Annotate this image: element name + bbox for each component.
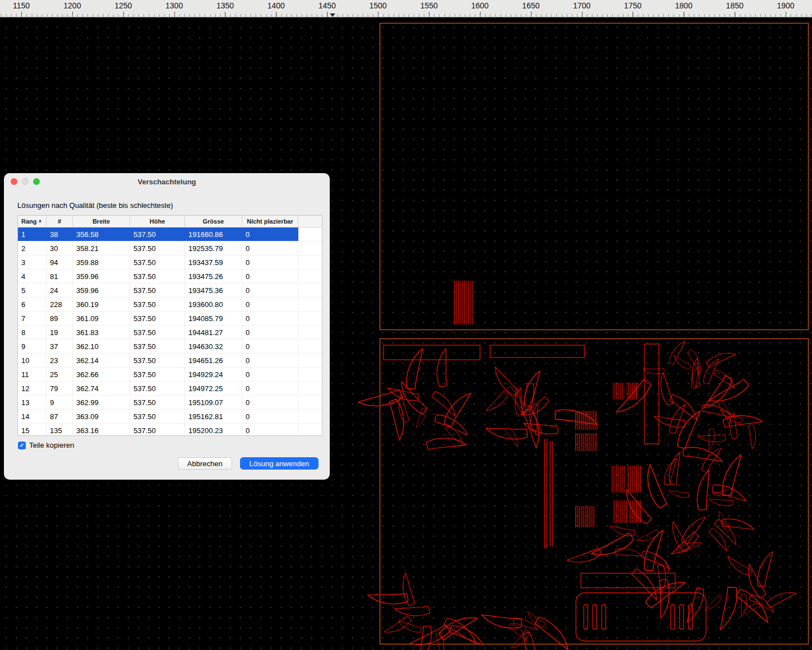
table-cell-filler [298, 396, 322, 409]
table-cell: 6 [18, 298, 47, 311]
bar-part[interactable] [490, 345, 584, 357]
table-cell: 362.99 [73, 396, 130, 409]
table-row[interactable]: 937362.10537.50194630.320 [18, 340, 322, 354]
table-cell: 79 [47, 382, 73, 395]
table-row[interactable]: 139362.99537.50195109.070 [18, 396, 322, 410]
table-row[interactable]: 524359.96537.50193475.360 [18, 284, 322, 298]
ruler-tick [225, 12, 225, 17]
ruler-tick [429, 12, 430, 17]
ruler-label: 1300 [165, 1, 183, 10]
column-header-nicht-plazierbar[interactable]: Nicht plazierbar [242, 216, 298, 227]
table-cell: 537.50 [130, 256, 185, 269]
table-cell: 195200.23 [185, 424, 242, 436]
table-row[interactable]: 230358.21537.50192535.790 [18, 242, 322, 256]
checkmark-icon: ✓ [20, 443, 24, 448]
ruler-label: 1600 [471, 1, 488, 10]
table-cell: 15 [18, 424, 47, 436]
leaf-parts[interactable] [358, 341, 796, 650]
table-cell: 12 [18, 382, 47, 395]
ruler-label: 1550 [420, 1, 437, 10]
table-cell: 9 [18, 340, 47, 353]
table-cell-filler [298, 242, 322, 255]
table-cell: 193475.26 [185, 270, 242, 283]
dialog-title: Verschachtelung [4, 178, 330, 186]
table-row[interactable]: 15135363.16537.50195200.230 [18, 424, 322, 436]
ruler-label: 1900 [777, 1, 794, 10]
table-cell: 2 [18, 242, 47, 255]
table-cell: 0 [242, 396, 298, 409]
table-cell: 191660.86 [185, 227, 242, 241]
table-row[interactable]: 1023362.14537.50194651.260 [18, 354, 322, 368]
table-cell: 13 [18, 396, 47, 409]
table-cell: 19 [47, 326, 73, 339]
table-cell: 537.50 [130, 227, 185, 241]
ruler-label: 1650 [522, 1, 539, 10]
table-cell: 361.83 [73, 326, 130, 339]
table-cell: 194651.26 [185, 354, 242, 367]
column-header-groesse[interactable]: Grösse [185, 216, 242, 227]
dialog-titlebar[interactable]: Verschachtelung [4, 173, 330, 190]
comb-parts[interactable] [575, 383, 642, 527]
table-cell-filler [298, 312, 322, 325]
column-header-filler [298, 216, 322, 227]
table-cell-filler [298, 368, 322, 381]
solutions-table[interactable]: Rang∧#BreiteHöheGrösseNicht plazierbar 1… [17, 215, 322, 436]
table-row[interactable]: 789361.09537.50194085.790 [18, 312, 322, 326]
table-cell: 4 [18, 270, 47, 283]
table-row[interactable]: 481359.96537.50193475.260 [18, 270, 322, 284]
column-header-breite[interactable]: Breite [73, 216, 130, 227]
ruler-tick [735, 12, 735, 17]
checkbox-label: Teile kopieren [29, 441, 74, 449]
teile-kopieren-checkbox[interactable]: ✓ [18, 442, 26, 449]
table-cell-filler [298, 424, 322, 436]
slotted-plate-part[interactable] [576, 593, 706, 641]
table-row[interactable]: 1487363.09537.50195162.810 [18, 410, 322, 424]
sheet-outlines[interactable] [380, 24, 809, 644]
column-header-count[interactable]: # [47, 216, 73, 227]
table-cell: 537.50 [130, 354, 185, 367]
table-cell-filler [298, 256, 322, 269]
table-cell: 362.14 [73, 354, 130, 367]
table-cell-filler [298, 298, 322, 311]
apply-solution-button[interactable]: Lösung anwenden [240, 457, 319, 470]
sheet-2[interactable] [380, 339, 809, 644]
sheet-1[interactable] [380, 24, 809, 330]
table-cell: 0 [242, 424, 298, 436]
ruler-label: 1150 [13, 1, 30, 10]
nested-parts[interactable] [358, 281, 796, 650]
strip-parts[interactable] [545, 439, 552, 549]
table-cell: 10 [18, 354, 47, 367]
table-row[interactable]: 1279362.74537.50194972.250 [18, 382, 322, 396]
ruler-tick [72, 12, 73, 17]
table-cell: 359.96 [73, 284, 130, 297]
table-cell: 5 [18, 284, 47, 297]
table-cell: 0 [242, 256, 298, 269]
table-cell: 3 [18, 256, 47, 269]
bar-part[interactable] [384, 345, 480, 360]
table-cell: 362.74 [73, 382, 130, 395]
table-row[interactable]: 138356.58537.50191660.860 [18, 227, 322, 242]
table-cell: 193600.80 [185, 298, 242, 311]
table-row[interactable]: 394359.88537.50193437.590 [18, 256, 322, 270]
cancel-button[interactable]: Abbrechen [178, 457, 232, 470]
solutions-subtitle: Lösungen nach Qualität (beste bis schlec… [17, 201, 330, 210]
ruler-tick [327, 12, 327, 17]
column-header-rang[interactable]: Rang∧ [18, 216, 47, 227]
table-cell: 359.88 [73, 256, 130, 269]
column-header-hoehe[interactable]: Höhe [130, 216, 185, 227]
table-row[interactable]: 6228360.19537.50193600.800 [18, 298, 322, 312]
bar-part[interactable] [644, 344, 659, 444]
nesting-dialog: Verschachtelung Lösungen nach Qualität (… [4, 173, 330, 480]
table-cell: 194085.79 [185, 312, 242, 325]
table-row[interactable]: 1125362.66537.50194929.240 [18, 368, 322, 382]
table-cell: 0 [242, 242, 298, 255]
table-cell-filler [298, 326, 322, 339]
table-cell: 11 [18, 368, 47, 381]
comb-part[interactable] [453, 281, 473, 324]
table-cell: 363.09 [73, 410, 130, 423]
table-row[interactable]: 819361.83537.50194481.270 [18, 326, 322, 340]
table-cell: 9 [47, 396, 73, 409]
table-cell: 0 [242, 410, 298, 423]
ruler-label: 1250 [114, 1, 132, 10]
table-cell: 23 [47, 354, 73, 367]
